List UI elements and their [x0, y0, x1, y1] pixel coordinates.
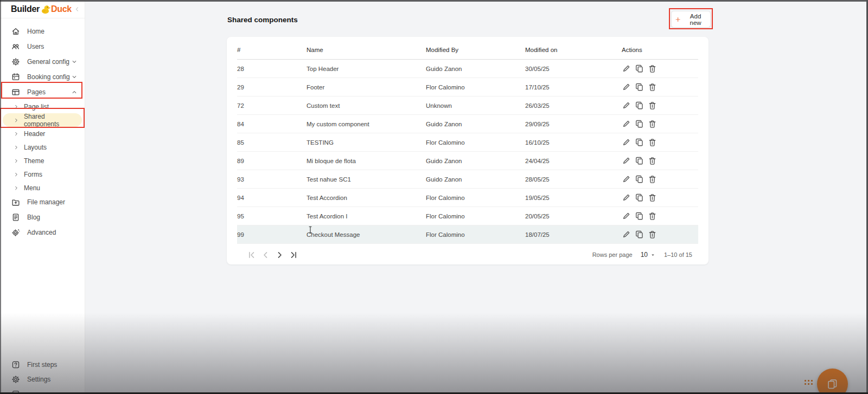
- delete-icon[interactable]: [648, 82, 657, 92]
- edit-icon[interactable]: [622, 138, 631, 147]
- sidebar-item-shared-components[interactable]: Shared components: [3, 113, 82, 127]
- table-header-row: #NameModified ByModified onActions: [237, 40, 698, 60]
- delete-icon[interactable]: [648, 119, 657, 128]
- rows-per-page-label: Rows per page: [592, 251, 633, 258]
- delete-icon[interactable]: [648, 156, 657, 165]
- partial-square-icon: [11, 390, 20, 394]
- sidebar-item-menu[interactable]: Menu: [3, 181, 82, 195]
- cell-actions: [622, 193, 698, 202]
- table-row[interactable]: 89 Mi bloque de flota Guido Zanon 24/04/…: [237, 152, 698, 170]
- sidebar-item-first-steps[interactable]: First steps: [0, 357, 85, 372]
- sidebar-item-layouts[interactable]: Layouts: [3, 140, 82, 154]
- sidebar-item-booking-config[interactable]: Booking config: [0, 69, 85, 85]
- sidebar-item-file-manager[interactable]: File manager: [0, 195, 85, 210]
- cell-modified-on: 19/05/25: [525, 195, 622, 201]
- cell-modified-on: 18/07/25: [525, 231, 622, 238]
- delete-icon[interactable]: [648, 193, 657, 202]
- copy-icon[interactable]: [635, 193, 644, 202]
- sidebar-item-home[interactable]: Home: [0, 24, 85, 39]
- cell-id: 72: [237, 102, 307, 109]
- column-header: Modified By: [426, 47, 525, 53]
- delete-icon[interactable]: [648, 64, 657, 73]
- sidebar-item-label: Users: [27, 43, 44, 50]
- edit-icon[interactable]: [622, 101, 631, 110]
- sidebar-subitem-label: Theme: [24, 157, 44, 165]
- duck-logo-icon: [40, 4, 51, 15]
- plus-icon: [675, 16, 681, 23]
- sidebar-item-advanced[interactable]: Advanced: [0, 225, 85, 240]
- delete-icon[interactable]: [648, 211, 657, 221]
- table-row[interactable]: 95 Test Acordion I Flor Calomino 20/05/2…: [237, 207, 698, 225]
- sidebar-collapse-button[interactable]: [74, 6, 80, 12]
- last-page-icon[interactable]: [289, 250, 298, 260]
- table-row[interactable]: 85 TESTING Flor Calomino 16/10/25: [237, 133, 698, 152]
- cell-modified-on: 28/05/25: [525, 176, 622, 183]
- copy-icon[interactable]: [635, 230, 644, 239]
- sidebar-item-forms[interactable]: Forms: [3, 167, 82, 181]
- copy-icon[interactable]: [635, 64, 644, 73]
- copy-icon[interactable]: [635, 82, 644, 92]
- sidebar-item-page-list[interactable]: Page list: [3, 100, 82, 113]
- table-row[interactable]: 93 Test nahue SC1 Guido Zanon 28/05/25: [237, 170, 698, 189]
- edit-icon[interactable]: [622, 230, 631, 239]
- copy-icon[interactable]: [635, 119, 644, 128]
- copy-icon[interactable]: [635, 211, 644, 221]
- chevron-right-icon: [14, 131, 19, 137]
- delete-icon[interactable]: [648, 101, 657, 110]
- delete-icon[interactable]: [648, 138, 657, 147]
- edit-icon[interactable]: [622, 175, 631, 184]
- advanced-icon: [11, 228, 20, 237]
- table-row[interactable]: 94 Test Accordion Flor Calomino 19/05/25: [237, 189, 698, 207]
- sidebar-item-label: Pages: [27, 88, 46, 96]
- cell-name: Test Acordion I: [307, 213, 426, 219]
- edit-icon[interactable]: [622, 82, 631, 92]
- sidebar-item-header[interactable]: Header: [3, 127, 82, 140]
- page-title: Shared components: [227, 16, 298, 24]
- copy-icon[interactable]: [635, 138, 644, 147]
- copy-icon[interactable]: [635, 101, 644, 110]
- chevron-right-icon: [14, 104, 19, 109]
- cell-id: 89: [237, 158, 307, 164]
- help-icon: [11, 360, 20, 369]
- rows-per-page-select[interactable]: 10: [641, 251, 656, 259]
- edit-icon[interactable]: [622, 64, 631, 73]
- table-row[interactable]: 72 Custom text Unknown 26/03/25: [237, 96, 698, 115]
- drag-handle-dots-icon[interactable]: [805, 380, 814, 387]
- cell-id: 93: [237, 176, 307, 183]
- copy-icon[interactable]: [635, 175, 644, 184]
- table-row[interactable]: 84 My custom component Guido Zanon 29/09…: [237, 115, 698, 133]
- sidebar-item-label: Advanced: [27, 229, 56, 236]
- sidebar-item-pages[interactable]: Pages: [0, 85, 85, 100]
- edit-icon[interactable]: [622, 119, 631, 128]
- pagination-bar: Rows per page 10 1–10 of 15: [227, 244, 709, 266]
- document-icon: [11, 213, 20, 222]
- delete-icon[interactable]: [648, 230, 657, 239]
- sidebar-item-general-config[interactable]: General config: [0, 54, 85, 69]
- cell-modified-by: Guido Zanon: [426, 176, 525, 183]
- sidebar-item-blog[interactable]: Blog: [0, 210, 85, 225]
- cell-modified-by: Guido Zanon: [426, 121, 525, 127]
- sidebar-item-theme[interactable]: Theme: [3, 154, 82, 167]
- copy-icon[interactable]: [635, 156, 644, 165]
- sidebar-item-settings[interactable]: Settings: [0, 372, 85, 386]
- delete-icon[interactable]: [648, 175, 657, 184]
- add-new-button[interactable]: Add new: [671, 11, 711, 28]
- cell-id: 99: [237, 231, 307, 238]
- floating-action-button[interactable]: [817, 369, 848, 394]
- table-row[interactable]: 99 Checkout Message Flor Calomino 18/07/…: [237, 225, 698, 244]
- cell-modified-by: Flor Calomino: [426, 213, 525, 219]
- table-row[interactable]: 28 Top Header Guido Zanon 30/05/25: [237, 60, 698, 78]
- sidebar-item-users[interactable]: Users: [0, 39, 85, 54]
- next-page-icon[interactable]: [275, 250, 284, 260]
- sidebar-item-partial[interactable]: [0, 386, 85, 394]
- edit-icon[interactable]: [622, 193, 631, 202]
- edit-icon[interactable]: [622, 211, 631, 221]
- table-row[interactable]: 29 Footer Flor Calomino 17/10/25: [237, 78, 698, 96]
- cell-modified-on: 16/10/25: [525, 139, 622, 146]
- sidebar: Builder Duck Home Users General config B…: [0, 0, 85, 394]
- folder-icon: [11, 198, 20, 206]
- prev-page-icon[interactable]: [261, 250, 270, 260]
- first-page-icon[interactable]: [247, 250, 256, 260]
- edit-icon[interactable]: [622, 156, 631, 165]
- cell-name: Mi bloque de flota: [307, 158, 426, 164]
